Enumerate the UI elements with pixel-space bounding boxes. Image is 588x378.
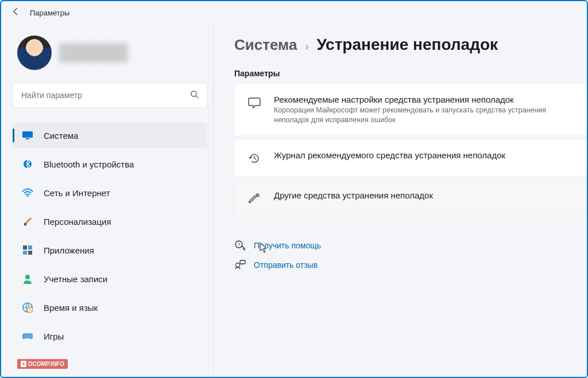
- card-desc: Корпорация Майкрософт может рекомендоват…: [274, 106, 574, 125]
- link-get-help[interactable]: ? Получить помощь: [234, 236, 587, 255]
- chat-icon: [247, 96, 261, 110]
- bluetooth-icon: [22, 158, 33, 170]
- avatar: [17, 36, 52, 70]
- svg-point-0: [191, 91, 196, 96]
- svg-rect-3: [26, 138, 29, 139]
- sidebar-item-label: Система: [44, 131, 78, 141]
- svg-rect-22: [240, 260, 245, 264]
- sidebar-item-label: Сеть и Интернет: [44, 188, 110, 198]
- sidebar-item-personalization[interactable]: Персонализация: [13, 209, 207, 234]
- history-icon: [247, 151, 261, 165]
- gamepad-icon: [22, 330, 33, 342]
- monitor-icon: [22, 130, 33, 141]
- card-title: Рекомендуемые настройки средства устране…: [274, 95, 574, 104]
- svg-point-5: [27, 196, 29, 197]
- svg-line-18: [254, 158, 256, 159]
- search-box[interactable]: [13, 83, 207, 108]
- breadcrumb: Система › Устранение неполадок: [234, 36, 587, 54]
- wrench-icon: [247, 192, 261, 205]
- help-icon: ?: [234, 240, 246, 251]
- svg-rect-6: [24, 223, 26, 225]
- svg-rect-8: [28, 245, 32, 250]
- sidebar-item-network[interactable]: Сеть и Интернет: [13, 180, 207, 205]
- sidebar-item-label: Время и язык: [44, 303, 98, 313]
- wifi-icon: [22, 187, 33, 198]
- sidebar-item-apps[interactable]: Приложения: [13, 237, 207, 263]
- svg-point-11: [25, 275, 30, 279]
- card-history[interactable]: Журнал рекомендуемого средства устранени…: [234, 139, 587, 176]
- svg-rect-2: [22, 131, 33, 138]
- sidebar-item-accounts[interactable]: Учетные записи: [13, 266, 207, 291]
- chevron-right-icon: ›: [305, 41, 308, 53]
- sidebar-item-label: Игры: [44, 332, 64, 341]
- card-title: Журнал рекомендуемого средства устранени…: [274, 150, 574, 160]
- card-other-troubleshooters[interactable]: Другие средства устранения неполадок: [234, 180, 587, 216]
- sidebar-item-label: Приложения: [44, 245, 94, 255]
- user-icon: [22, 273, 33, 285]
- link-label: Отправить отзыв: [254, 260, 318, 270]
- sidebar-item-label: Персонализация: [44, 217, 111, 227]
- svg-rect-9: [23, 251, 27, 255]
- sidebar-item-system[interactable]: Система: [13, 123, 207, 148]
- svg-point-21: [236, 263, 240, 267]
- profile-block[interactable]: [13, 36, 207, 70]
- profile-name-blurred: [60, 43, 129, 63]
- card-title: Другие средства устранения неполадок: [274, 190, 574, 200]
- window-title: Параметры: [30, 9, 69, 17]
- globe-clock-icon: [22, 302, 33, 313]
- feedback-icon: [234, 259, 246, 271]
- search-input[interactable]: [21, 91, 190, 100]
- back-arrow-icon[interactable]: [11, 7, 21, 18]
- svg-text:?: ?: [238, 242, 241, 247]
- apps-icon: [22, 244, 33, 256]
- sidebar-item-time-language[interactable]: Время и язык: [13, 295, 207, 320]
- breadcrumb-current: Устранение неполадок: [316, 36, 498, 54]
- watermark-badge: OCOMP.INFO: [17, 359, 68, 369]
- link-feedback[interactable]: Отправить отзыв: [234, 255, 587, 275]
- svg-rect-10: [28, 251, 32, 255]
- section-heading: Параметры: [234, 69, 587, 78]
- svg-line-1: [196, 96, 198, 98]
- svg-line-16: [30, 310, 31, 310]
- svg-rect-7: [23, 245, 27, 250]
- search-icon: [190, 90, 199, 100]
- sidebar-nav: Система Bluetooth и устройства Сеть и Ин…: [13, 123, 207, 349]
- breadcrumb-parent[interactable]: Система: [234, 36, 297, 54]
- sidebar-item-bluetooth[interactable]: Bluetooth и устройства: [13, 151, 207, 177]
- sidebar-item-label: Учетные записи: [44, 274, 107, 284]
- sidebar-item-label: Bluetooth и устройства: [44, 159, 134, 169]
- brush-icon: [22, 216, 33, 227]
- link-label: Получить помощь: [254, 241, 321, 250]
- sidebar-item-gaming[interactable]: Игры: [13, 324, 207, 349]
- card-recommended-settings[interactable]: Рекомендуемые настройки средства устране…: [234, 84, 587, 136]
